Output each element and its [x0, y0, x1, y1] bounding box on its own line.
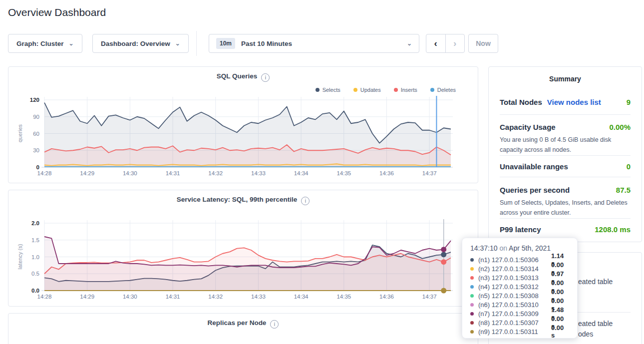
- svg-text:1.0: 1.0: [31, 254, 39, 260]
- graph-dropdown[interactable]: Graph: Cluster ⌄: [8, 34, 82, 53]
- p99-latency-value: 1208.0 ms: [595, 225, 631, 234]
- tooltip-node-address: (n7) 127.0.0.1:50309: [478, 310, 551, 318]
- svg-text:14:28: 14:28: [37, 294, 52, 300]
- divider: [500, 218, 631, 219]
- tooltip-node-address: (n5) 127.0.0.1:50308: [478, 292, 551, 300]
- overview-dashboard-screen: Overview Dashboard Graph: Cluster ⌄ Dash…: [0, 0, 644, 344]
- svg-text:14:35: 14:35: [336, 294, 351, 300]
- svg-text:14:32: 14:32: [208, 170, 223, 176]
- tooltip-node-address: (n9) 127.0.0.1:50311: [478, 328, 551, 336]
- svg-text:14:28: 14:28: [37, 170, 52, 176]
- replicas-per-node-title: Replicas per Nodei: [8, 319, 478, 329]
- time-range-label: Past 10 Minutes: [241, 40, 292, 47]
- node-color-dot-icon: [470, 312, 474, 316]
- summary-row-unavailable-ranges: Unavailable ranges 0: [500, 162, 631, 171]
- tooltip-node-row: (n9) 127.0.0.1:503110.00 s: [470, 327, 569, 336]
- now-button[interactable]: Now: [468, 34, 498, 53]
- p99-latency-label: P99 latency: [500, 225, 541, 234]
- svg-text:14:30: 14:30: [123, 170, 137, 176]
- chevron-down-icon: ⌄: [407, 40, 412, 47]
- capacity-usage-description: You are using 0 B of 4.5 GiB usable disk…: [500, 135, 634, 155]
- svg-text:14:37: 14:37: [422, 294, 437, 300]
- chevron-down-icon: ⌄: [175, 40, 180, 47]
- svg-text:14:33: 14:33: [251, 294, 266, 300]
- unavailable-ranges-label: Unavailable ranges: [500, 162, 568, 171]
- summary-row-qps: Queries per second 87.5: [500, 186, 631, 194]
- svg-text:14:35: 14:35: [336, 170, 351, 176]
- time-range-badge: 10m: [216, 38, 235, 49]
- page-title: Overview Dashboard: [8, 6, 106, 18]
- replicas-per-node-card: Replicas per Nodei: [8, 313, 478, 344]
- tooltip-node-address: (n4) 127.0.0.1:50312: [478, 283, 551, 291]
- sql-queries-chart[interactable]: 030609012014:2814:2914:3014:3114:3214:33…: [8, 67, 479, 186]
- node-color-dot-icon: [470, 276, 474, 280]
- summary-panel: Summary Total Nodes View nodes list 9 Ca…: [488, 66, 642, 242]
- svg-text:30: 30: [33, 147, 39, 153]
- chart-svg: 0.00.51.01.52.014:2814:2914:3014:3114:32…: [8, 190, 479, 307]
- graph-dropdown-label: Graph: Cluster: [16, 40, 64, 47]
- svg-text:120: 120: [30, 97, 39, 103]
- sql-queries-card: SQL Queriesi SelectsUpdatesInsertsDelete…: [8, 66, 478, 183]
- capacity-usage-value: 0.00%: [609, 123, 631, 131]
- tooltip-node-address: (n2) 127.0.0.1:50314: [478, 265, 551, 273]
- svg-text:1.5: 1.5: [31, 237, 39, 243]
- svg-text:14:34: 14:34: [294, 294, 309, 300]
- tooltip-node-address: (n8) 127.0.0.1:50307: [478, 319, 551, 327]
- event-item-fragment[interactable]: odes: [578, 330, 593, 338]
- svg-text:14:29: 14:29: [80, 170, 94, 176]
- qps-value: 87.5: [616, 186, 631, 194]
- svg-text:0: 0: [36, 164, 39, 170]
- time-range-dropdown[interactable]: 10m Past 10 Minutes ⌄: [209, 34, 419, 53]
- svg-text:14:31: 14:31: [166, 294, 180, 300]
- svg-text:14:36: 14:36: [379, 170, 394, 176]
- divider: [500, 177, 631, 177]
- summary-heading: Summary: [489, 75, 642, 83]
- node-color-dot-icon: [470, 303, 474, 307]
- node-color-dot-icon: [470, 321, 474, 325]
- svg-text:14:37: 14:37: [422, 170, 437, 176]
- svg-text:90: 90: [33, 114, 39, 120]
- service-latency-chart[interactable]: 0.00.51.01.52.014:2814:2914:3014:3114:32…: [8, 190, 479, 309]
- qps-label: Queries per second: [500, 186, 570, 194]
- svg-text:0.5: 0.5: [31, 271, 39, 277]
- total-nodes-value: 9: [627, 98, 631, 106]
- chart-hover-tooltip: 14:37:10 on Apr 5th, 2021 (n1) 127.0.0.1…: [462, 238, 578, 339]
- tooltip-node-address: (n3) 127.0.0.1:50313: [478, 274, 551, 282]
- tooltip-timestamp: 14:37:10 on Apr 5th, 2021: [470, 244, 569, 252]
- tooltip-rows: (n1) 127.0.0.1:503061.14 s(n2) 127.0.0.1…: [470, 255, 569, 336]
- svg-text:14:36: 14:36: [379, 294, 394, 300]
- event-item-fragment[interactable]: eated table: [578, 278, 613, 286]
- node-color-dot-icon: [470, 294, 474, 298]
- svg-text:14:33: 14:33: [251, 170, 266, 176]
- svg-text:14:29: 14:29: [80, 294, 94, 300]
- svg-text:0.0: 0.0: [31, 288, 39, 294]
- tooltip-node-address: (n1) 127.0.0.1:50306: [478, 256, 551, 264]
- dashboard-dropdown[interactable]: Dashboard: Overview ⌄: [92, 34, 189, 53]
- capacity-usage-label: Capacity Usage: [500, 123, 556, 131]
- qps-description: Sum of Selects, Updates, Inserts, and De…: [500, 198, 634, 218]
- event-item-fragment[interactable]: eated table: [578, 320, 613, 328]
- next-interval-button[interactable]: ›: [446, 34, 465, 52]
- info-icon[interactable]: i: [270, 320, 279, 329]
- svg-text:14:31: 14:31: [166, 170, 180, 176]
- total-nodes-label: Total Nodes: [500, 98, 542, 106]
- node-color-dot-icon: [470, 258, 474, 262]
- svg-text:14:34: 14:34: [294, 170, 309, 176]
- svg-text:2.0: 2.0: [31, 220, 39, 226]
- summary-row-p99-latency: P99 latency 1208.0 ms: [500, 225, 631, 234]
- view-nodes-list-link[interactable]: View nodes list: [547, 98, 601, 106]
- controls-divider: [196, 31, 197, 56]
- svg-text:60: 60: [33, 131, 39, 137]
- dashboard-dropdown-label: Dashboard: Overview: [101, 40, 170, 47]
- summary-row-capacity: Capacity Usage 0.00%: [500, 123, 631, 131]
- summary-row-total-nodes: Total Nodes View nodes list 9: [500, 98, 631, 106]
- time-step-buttons: ‹ ›: [426, 34, 465, 53]
- node-color-dot-icon: [470, 330, 474, 334]
- tooltip-node-address: (n6) 127.0.0.1:50310: [478, 301, 551, 309]
- node-color-dot-icon: [470, 267, 474, 271]
- svg-text:14:30: 14:30: [123, 294, 137, 300]
- chart-svg: 030609012014:2814:2914:3014:3114:3214:33…: [8, 67, 479, 184]
- previous-interval-button[interactable]: ‹: [426, 34, 446, 52]
- tooltip-node-value: 0.00 s: [551, 324, 569, 339]
- divider: [500, 114, 631, 115]
